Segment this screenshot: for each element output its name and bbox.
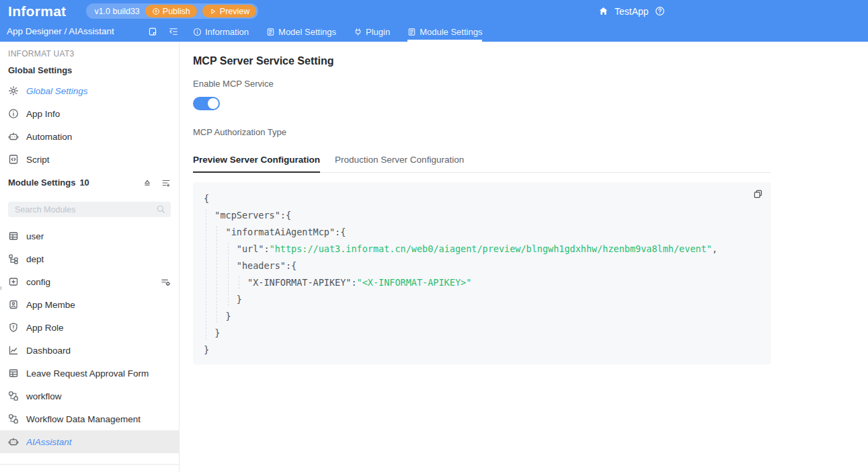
code-file-icon — [8, 154, 19, 165]
code-line: } — [204, 291, 760, 308]
publish-icon — [152, 7, 160, 15]
copy-icon[interactable] — [753, 189, 763, 199]
code-lines: { "mcpServers":{ "informatAiAgentMcp":{ … — [204, 190, 760, 358]
code-line: } — [204, 308, 760, 325]
id-badge-icon — [8, 299, 19, 310]
sidebar: INFORMAT UAT3 Global Settings Global Set… — [0, 42, 180, 472]
sidebar-item-label: workflow — [26, 391, 62, 401]
module-count-badge: 10 — [79, 178, 89, 188]
tab-model-settings[interactable]: Model Settings — [266, 22, 336, 42]
sidebar-item-workflow-data-management[interactable]: Workflow Data Management — [0, 407, 179, 430]
preview-button-label: Preview — [220, 7, 249, 16]
code-line: "informatAiAgentMcp":{ — [204, 224, 760, 241]
sidebar-item-app-info[interactable]: App Info — [0, 102, 179, 125]
folder-plus-icon — [8, 276, 19, 287]
sidebar-item-label: Global Settings — [26, 86, 88, 96]
sidebar-item-label: dept — [26, 254, 44, 264]
enable-mcp-label: Enable MCP Service — [193, 79, 868, 89]
help-icon[interactable] — [655, 6, 665, 16]
designer-tabs: InformationModel SettingsPluginModule Se… — [193, 22, 482, 42]
indent-guide — [206, 209, 206, 340]
tab-production-server-configuration[interactable]: Production Server Configuration — [335, 155, 464, 172]
indent-guide — [239, 276, 239, 289]
designer-nav-bar: App Designer / AIAssistant InformationMo… — [0, 22, 868, 42]
search-modules-input[interactable] — [8, 202, 171, 217]
module-list: userdeptconfigApp MembeApp RoleDashboard… — [0, 225, 179, 453]
app-root: Informat v1.0 build33 Publish Preview Te… — [0, 0, 868, 472]
preview-button[interactable]: Preview — [202, 5, 256, 17]
code-line: "url":"https://uat3.informat.cn/web0/aia… — [204, 241, 760, 258]
sidebar-item-label: config — [26, 277, 50, 287]
sidebar-item-dashboard[interactable]: Dashboard — [0, 339, 179, 362]
breadcrumb-actions — [148, 27, 178, 36]
code-line: "mcpServers":{ — [204, 207, 760, 224]
sidebar-item-script[interactable]: Script — [0, 148, 179, 171]
code-line: } — [204, 325, 760, 342]
global-settings-list: Global SettingsApp InfoAutomationScript — [0, 79, 179, 171]
sidebar-divider — [0, 464, 179, 465]
module-settings-section-header: Module Settings 10 — [8, 178, 171, 188]
version-pill: v1.0 build33 Publish Preview — [86, 3, 258, 19]
sidebar-item-app-role[interactable]: App Role — [0, 316, 179, 339]
version-label: v1.0 build33 — [94, 7, 139, 16]
enable-mcp-toggle[interactable] — [193, 97, 220, 110]
main-layout: INFORMAT UAT3 Global Settings Global Set… — [0, 42, 868, 472]
publish-button[interactable]: Publish — [145, 5, 197, 17]
tab-preview-server-configuration[interactable]: Preview Server Configuration — [193, 155, 320, 173]
sidebar-item-label: user — [26, 231, 44, 241]
breadcrumb: App Designer / AIAssistant — [7, 26, 114, 36]
home-icon[interactable] — [598, 6, 608, 16]
gear-icon — [8, 85, 19, 96]
sidebar-collapse-arrow[interactable]: ‹ — [0, 282, 2, 292]
search-icon — [156, 204, 165, 214]
robot-icon — [8, 436, 19, 447]
app-switcher: TestApp — [598, 0, 665, 22]
current-app-name[interactable]: TestApp — [615, 6, 649, 17]
note-icon[interactable] — [148, 27, 157, 36]
workspace-label: INFORMAT UAT3 — [8, 49, 171, 58]
workflow-icon — [8, 391, 19, 401]
code-line: } — [204, 342, 760, 358]
sidebar-item-aiassistant[interactable]: AIAssistant — [0, 430, 179, 453]
tab-label: Information — [205, 27, 249, 37]
tab-information[interactable]: Information — [193, 22, 249, 42]
sidebar-item-automation[interactable]: Automation — [0, 125, 179, 148]
tab-label: Model Settings — [278, 27, 336, 37]
sidebar-item-label: App Membe — [26, 300, 75, 310]
mcp-auth-type-label: MCP Authorization Type — [193, 127, 868, 137]
sidebar-item-label: Dashboard — [26, 346, 71, 356]
eject-icon[interactable] — [143, 178, 152, 188]
sidebar-item-config[interactable]: config — [0, 270, 179, 293]
sidebar-item-label: Script — [26, 155, 50, 165]
document-icon — [407, 28, 416, 36]
info-circle-icon — [193, 28, 202, 36]
filter-gear-icon[interactable] — [161, 277, 171, 287]
document-icon — [266, 28, 275, 36]
sidebar-item-global-settings[interactable]: Global Settings — [0, 79, 179, 102]
sidebar-item-user[interactable]: user — [0, 225, 179, 247]
tab-module-settings[interactable]: Module Settings — [407, 22, 482, 42]
server-config-tabs: Preview Server ConfigurationProduction S… — [193, 155, 771, 173]
toggle-knob — [208, 98, 219, 109]
table-icon — [8, 231, 19, 241]
org-tree-icon — [8, 253, 19, 264]
code-line: "X-INFORMAT-APIKEY":"<X-INFORMAT-APIKEY>… — [204, 274, 760, 291]
module-search — [8, 202, 171, 217]
sidebar-item-leave-request-approval-form[interactable]: Leave Request Approval Form — [0, 362, 179, 385]
sidebar-item-app-membe[interactable]: App Membe — [0, 293, 179, 316]
indent-icon[interactable] — [169, 27, 178, 36]
global-settings-section-header: Global Settings — [8, 65, 171, 75]
code-line: "headers":{ — [204, 258, 760, 274]
main-content: MCP Server Service Setting Enable MCP Se… — [180, 42, 868, 472]
workflow-icon — [8, 414, 19, 424]
app-logo: Informat — [8, 3, 66, 19]
indent-guide — [216, 226, 217, 323]
sidebar-item-dept[interactable]: dept — [0, 247, 179, 270]
play-icon — [209, 7, 217, 15]
tab-plugin[interactable]: Plugin — [354, 22, 390, 42]
tab-label: Module Settings — [420, 27, 482, 37]
add-list-icon[interactable] — [161, 178, 171, 188]
global-settings-section-title: Global Settings — [8, 65, 72, 75]
publish-button-label: Publish — [163, 7, 190, 16]
sidebar-item-workflow[interactable]: workflow — [0, 385, 179, 407]
